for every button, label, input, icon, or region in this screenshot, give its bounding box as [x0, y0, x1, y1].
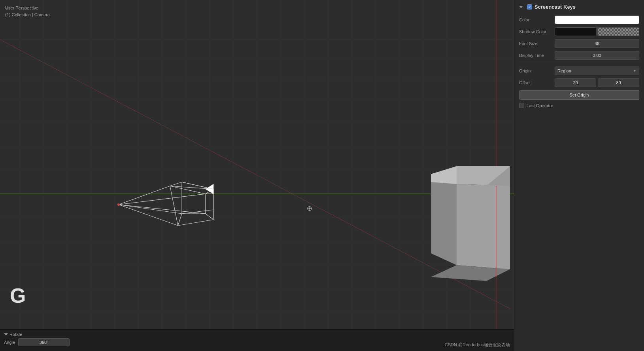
svg-point-64: [117, 203, 120, 206]
color-input[interactable]: [555, 15, 639, 24]
screencast-keys-checkbox[interactable]: [527, 4, 532, 9]
panel-header: Screencast Keys: [519, 4, 639, 10]
shadow-color-fields: [555, 27, 639, 36]
font-size-input[interactable]: 48: [555, 39, 639, 48]
bottom-status-bar: Rotate Angle 368° CSDN @Renderbus瑞云渲染农场: [0, 329, 514, 351]
offset-y-input[interactable]: 80: [598, 78, 639, 87]
last-operator-checkbox[interactable]: [519, 103, 524, 108]
angle-input[interactable]: 368°: [18, 338, 70, 346]
3d-viewport[interactable]: User Perspective (1) Collection | Camera…: [0, 0, 514, 351]
offset-x-input[interactable]: 20: [555, 78, 596, 87]
shadow-black-swatch[interactable]: [555, 27, 597, 36]
angle-row: Angle 368°: [4, 338, 70, 346]
origin-row: Origin: Region ▼: [519, 66, 639, 75]
shadow-color-label: Shadow Color:: [519, 29, 555, 34]
display-time-input[interactable]: 3.00: [555, 51, 639, 60]
offset-row: Offset: 20 80: [519, 78, 639, 87]
panel-title: Screencast Keys: [534, 4, 576, 10]
display-time-label: Display Time: [519, 53, 555, 58]
shadow-checkered-swatch[interactable]: [597, 27, 639, 36]
dropdown-arrow-icon: ▼: [633, 69, 636, 73]
shadow-color-row: Shadow Color:: [519, 27, 639, 36]
divider: [519, 63, 639, 63]
angle-label: Angle: [4, 340, 15, 345]
watermark: CSDN @Renderbus瑞云渲染农场: [445, 342, 510, 348]
origin-dropdown[interactable]: Region ▼: [555, 66, 639, 75]
display-time-row: Display Time 3.00: [519, 51, 639, 60]
right-panel: Screencast Keys Color: Shadow Color: Fon…: [514, 0, 644, 351]
key-indicator: G: [10, 284, 26, 307]
last-operator-label: Last Operator: [527, 103, 553, 108]
font-size-row: Font Size 48: [519, 39, 639, 48]
last-operator-row: Last Operator: [519, 103, 639, 108]
origin-label: Origin:: [519, 68, 555, 73]
color-label: Color:: [519, 17, 555, 22]
panel-triangle-icon: [519, 6, 523, 8]
svg-marker-68: [457, 184, 510, 269]
offset-label: Offset:: [519, 80, 555, 85]
rotate-triangle-icon: [4, 333, 8, 336]
rotate-title: Rotate: [4, 332, 70, 337]
offset-fields: 20 80: [555, 78, 639, 87]
set-origin-button[interactable]: Set Origin: [519, 90, 639, 100]
color-row: Color:: [519, 15, 639, 24]
font-size-label: Font Size: [519, 41, 555, 46]
